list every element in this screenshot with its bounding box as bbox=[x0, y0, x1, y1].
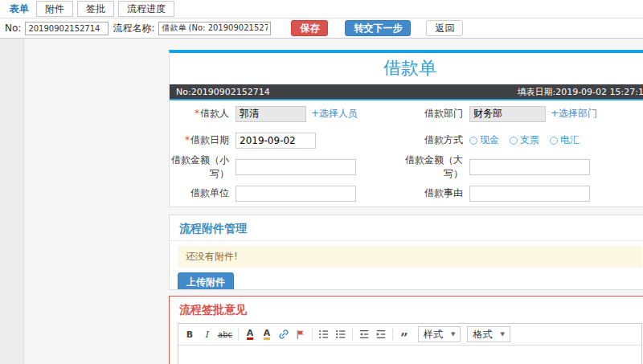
content-area: 借款单 No:20190902152714 填表日期:2019-09-02 15… bbox=[0, 39, 643, 364]
amount-lower-input[interactable] bbox=[235, 159, 356, 175]
back-button[interactable]: 返回 bbox=[426, 20, 463, 36]
radio-cash-label: 现金 bbox=[480, 133, 499, 147]
loan-form-panel: 借款单 No:20190902152714 填表日期:2019-09-02 15… bbox=[169, 50, 643, 207]
unit-field bbox=[235, 186, 393, 202]
form-row-amounts: 借款金额（小写） 借款金额（大写） bbox=[170, 153, 643, 180]
toolbar: No: 流程名称: 保存 转交下一步 返回 bbox=[0, 18, 643, 39]
borrow-date-label: *借款日期 bbox=[170, 133, 235, 146]
text-color-glyph: A bbox=[247, 329, 254, 340]
chevron-down-icon: ▼ bbox=[500, 331, 504, 337]
no-attachments-message: 还没有附件! bbox=[178, 246, 642, 268]
form-row-unit-reason: 借款单位 借款事由 bbox=[170, 180, 643, 207]
editor-body[interactable] bbox=[178, 346, 641, 364]
department-field: +选择部门 bbox=[469, 106, 643, 122]
amount-lower-label: 借款金额（小写） bbox=[170, 153, 235, 179]
form-no-text: No:20190902152714 bbox=[176, 87, 270, 97]
forward-next-button[interactable]: 转交下一步 bbox=[345, 20, 411, 36]
radio-cash[interactable]: 现金 bbox=[469, 133, 499, 147]
process-name-input[interactable] bbox=[158, 22, 271, 35]
format-dropdown[interactable]: 格式 ▼ bbox=[467, 326, 510, 342]
tab-form[interactable]: 表单 bbox=[6, 2, 32, 16]
department-label: 借款部门 bbox=[393, 107, 469, 120]
borrow-date-field bbox=[235, 133, 393, 149]
rich-text-editor: B I abc A A bbox=[178, 323, 642, 364]
approval-title: 流程签批意见 bbox=[170, 297, 643, 321]
borrower-label: *借款人 bbox=[170, 107, 235, 120]
process-name-label: 流程名称: bbox=[113, 22, 154, 35]
select-department-link[interactable]: +选择部门 bbox=[551, 107, 597, 121]
chevron-down-icon: ▼ bbox=[451, 331, 455, 337]
unit-label: 借款单位 bbox=[170, 186, 235, 199]
reason-label: 借款事由 bbox=[393, 186, 469, 199]
toolbar-separator bbox=[352, 329, 353, 340]
bg-color-glyph: A bbox=[264, 329, 271, 340]
save-button[interactable]: 保存 bbox=[291, 20, 328, 36]
method-options: 现金 支票 电汇 bbox=[469, 133, 643, 147]
tab-attachments[interactable]: 附件 bbox=[36, 1, 73, 17]
strikethrough-icon[interactable]: abc bbox=[216, 327, 234, 342]
approval-panel: 流程签批意见 B I abc A A bbox=[169, 296, 643, 364]
page-title: 借款单 bbox=[170, 53, 643, 84]
required-mark: * bbox=[195, 108, 199, 119]
app-window: 表单 附件 签批 流程进度 No: 流程名称: 保存 转交下一步 返回 借款单 … bbox=[0, 0, 643, 364]
tab-bar: 表单 附件 签批 流程进度 bbox=[0, 0, 643, 18]
method-label: 借款方式 bbox=[393, 133, 469, 146]
department-input[interactable] bbox=[469, 106, 546, 122]
attachments-panel: 流程附件管理 还没有附件! 上传附件 bbox=[169, 215, 643, 290]
no-label: No: bbox=[5, 22, 21, 34]
styles-dropdown[interactable]: 样式 ▼ bbox=[418, 326, 461, 342]
form-row-date-method: *借款日期 借款方式 现金 支票 电汇 bbox=[170, 127, 643, 153]
upload-attachment-button[interactable]: 上传附件 bbox=[178, 272, 234, 290]
italic-icon[interactable]: I bbox=[199, 327, 214, 342]
bg-color-icon[interactable]: A bbox=[260, 327, 274, 342]
select-person-link[interactable]: +选择人员 bbox=[311, 107, 358, 121]
toolbar-separator bbox=[238, 329, 239, 340]
link-icon[interactable] bbox=[276, 327, 291, 342]
amount-upper-label: 借款金额（大写） bbox=[393, 153, 469, 179]
toolbar-separator bbox=[312, 329, 313, 340]
borrower-field: +选择人员 bbox=[235, 106, 393, 122]
radio-check[interactable]: 支票 bbox=[510, 133, 539, 147]
text-color-icon[interactable]: A bbox=[243, 327, 257, 342]
radio-check-label: 支票 bbox=[520, 133, 539, 147]
amount-upper-field bbox=[469, 159, 643, 175]
bold-icon[interactable]: B bbox=[182, 327, 197, 342]
left-sidebar bbox=[0, 39, 24, 364]
borrower-input[interactable] bbox=[235, 106, 306, 122]
styles-dropdown-label: 样式 bbox=[424, 328, 443, 342]
radio-wire[interactable]: 电汇 bbox=[550, 133, 580, 147]
indent-icon[interactable] bbox=[374, 327, 388, 342]
form-date-text: 填表日期:2019-09-02 15:27:1 bbox=[517, 86, 643, 98]
format-dropdown-label: 格式 bbox=[473, 328, 492, 342]
borrower-label-text: 借款人 bbox=[200, 108, 229, 119]
tab-process-progress[interactable]: 流程进度 bbox=[118, 1, 174, 17]
numbered-list-icon[interactable] bbox=[317, 327, 331, 342]
borrow-date-label-text: 借款日期 bbox=[190, 134, 229, 145]
bulleted-list-icon[interactable] bbox=[334, 327, 348, 342]
no-input[interactable] bbox=[25, 22, 109, 35]
radio-icon bbox=[510, 137, 518, 145]
unit-input[interactable] bbox=[235, 186, 356, 202]
amount-lower-field bbox=[235, 159, 393, 175]
toolbar-separator bbox=[392, 329, 393, 340]
amount-upper-input[interactable] bbox=[469, 159, 590, 175]
reason-field bbox=[469, 186, 643, 202]
form-row-borrower: *借款人 +选择人员 借款部门 +选择部门 bbox=[170, 100, 643, 127]
radio-icon bbox=[469, 137, 477, 145]
radio-wire-label: 电汇 bbox=[560, 133, 580, 147]
blockquote-icon[interactable]: ” bbox=[397, 327, 412, 342]
anchor-flag-icon[interactable] bbox=[293, 327, 308, 342]
reason-input[interactable] bbox=[469, 186, 590, 202]
radio-icon bbox=[550, 137, 558, 145]
attachments-title: 流程附件管理 bbox=[170, 215, 643, 241]
required-mark: * bbox=[185, 134, 190, 145]
tab-signoff[interactable]: 签批 bbox=[77, 1, 114, 17]
form-subheader: No:20190902152714 填表日期:2019-09-02 15:27:… bbox=[170, 84, 643, 99]
editor-toolbar: B I abc A A bbox=[178, 324, 641, 346]
outdent-icon[interactable] bbox=[357, 327, 371, 342]
borrow-date-input[interactable] bbox=[235, 133, 316, 149]
